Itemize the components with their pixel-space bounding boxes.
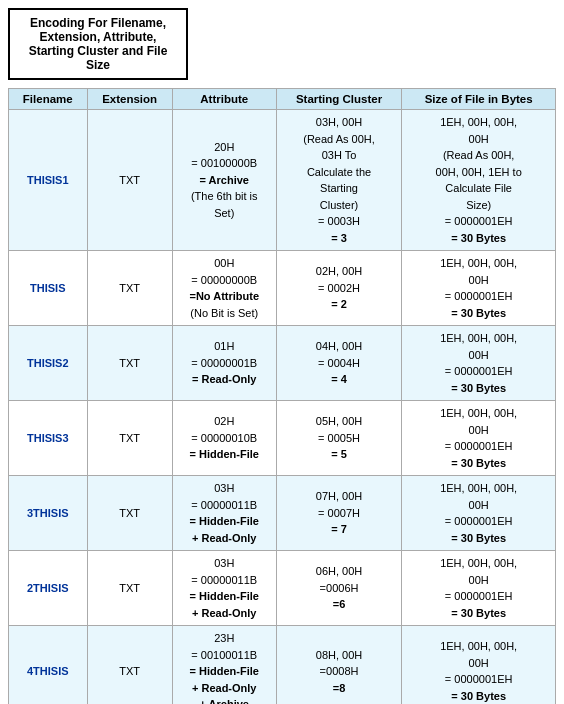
- cluster-cell: 05H, 00H = 0005H = 5: [276, 401, 402, 476]
- extension-cell: TXT: [87, 626, 172, 705]
- table-header-row: Filename Extension Attribute Starting Cl…: [9, 89, 556, 110]
- encoding-header: Encoding For Filename, Extension, Attrib…: [8, 8, 188, 80]
- size-cell: 1EH, 00H, 00H, 00H = 0000001EH = 30 Byte…: [402, 626, 556, 705]
- col-attribute: Attribute: [172, 89, 276, 110]
- attribute-cell: 00H = 00000000B =No Attribute (No Bit is…: [172, 251, 276, 326]
- filename-cell: 2THISIS: [9, 551, 88, 626]
- attribute-cell: 02H = 00000010B = Hidden-File: [172, 401, 276, 476]
- filename-cell: THISIS2: [9, 326, 88, 401]
- size-cell: 1EH, 00H, 00H, 00H = 0000001EH = 30 Byte…: [402, 476, 556, 551]
- attribute-cell: 03H = 00000011B = Hidden-File + Read-Onl…: [172, 476, 276, 551]
- extension-cell: TXT: [87, 476, 172, 551]
- filename-cell: THISIS3: [9, 401, 88, 476]
- cluster-cell: 06H, 00H =0006H =6: [276, 551, 402, 626]
- extension-cell: TXT: [87, 251, 172, 326]
- attribute-cell: 23H = 00100011B = Hidden-File + Read-Onl…: [172, 626, 276, 705]
- attribute-cell: 20H = 00100000B = Archive (The 6th bit i…: [172, 110, 276, 251]
- filename-cell: 4THISIS: [9, 626, 88, 705]
- size-cell: 1EH, 00H, 00H, 00H (Read As 00H, 00H, 00…: [402, 110, 556, 251]
- extension-cell: TXT: [87, 401, 172, 476]
- size-cell: 1EH, 00H, 00H, 00H = 0000001EH = 30 Byte…: [402, 401, 556, 476]
- col-filename: Filename: [9, 89, 88, 110]
- size-cell: 1EH, 00H, 00H, 00H = 0000001EH = 30 Byte…: [402, 326, 556, 401]
- size-cell: 1EH, 00H, 00H, 00H = 0000001EH = 30 Byte…: [402, 251, 556, 326]
- col-starting-cluster: Starting Cluster: [276, 89, 402, 110]
- col-size: Size of File in Bytes: [402, 89, 556, 110]
- filename-cell: THISIS1: [9, 110, 88, 251]
- col-extension: Extension: [87, 89, 172, 110]
- table-row: THISIS3 TXT 02H = 00000010B = Hidden-Fil…: [9, 401, 556, 476]
- cluster-cell: 02H, 00H = 0002H = 2: [276, 251, 402, 326]
- size-cell: 1EH, 00H, 00H, 00H = 0000001EH = 30 Byte…: [402, 551, 556, 626]
- cluster-cell: 07H, 00H = 0007H = 7: [276, 476, 402, 551]
- encoding-table: Filename Extension Attribute Starting Cl…: [8, 88, 556, 704]
- table-row: THISIS1 TXT 20H = 00100000B = Archive (T…: [9, 110, 556, 251]
- table-row: THISIS TXT 00H = 00000000B =No Attribute…: [9, 251, 556, 326]
- table-row: THISIS2 TXT 01H = 00000001B = Read-Only …: [9, 326, 556, 401]
- table-row: 3THISIS TXT 03H = 00000011B = Hidden-Fil…: [9, 476, 556, 551]
- cluster-cell: 08H, 00H =0008H =8: [276, 626, 402, 705]
- table-row: 4THISIS TXT 23H = 00100011B = Hidden-Fil…: [9, 626, 556, 705]
- filename-cell: 3THISIS: [9, 476, 88, 551]
- attribute-cell: 01H = 00000001B = Read-Only: [172, 326, 276, 401]
- filename-cell: THISIS: [9, 251, 88, 326]
- cluster-cell: 03H, 00H (Read As 00H, 03H To Calculate …: [276, 110, 402, 251]
- cluster-cell: 04H, 00H = 0004H = 4: [276, 326, 402, 401]
- attribute-cell: 03H = 00000011B = Hidden-File + Read-Onl…: [172, 551, 276, 626]
- extension-cell: TXT: [87, 110, 172, 251]
- table-row: 2THISIS TXT 03H = 00000011B = Hidden-Fil…: [9, 551, 556, 626]
- extension-cell: TXT: [87, 326, 172, 401]
- extension-cell: TXT: [87, 551, 172, 626]
